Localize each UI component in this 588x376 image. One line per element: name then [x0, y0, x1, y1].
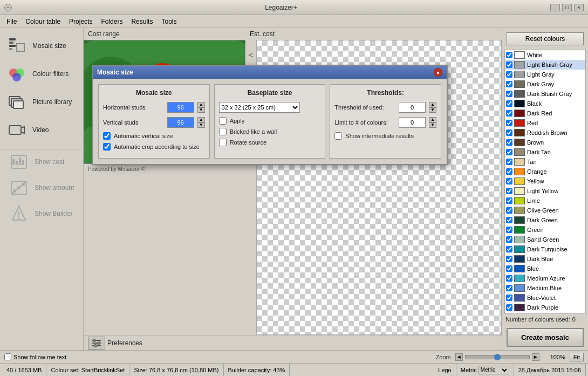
limit-down-btn[interactable]: ▼ [429, 122, 436, 128]
dialog-overlay: Mosaic size ● Mosaic size Horizontal stu… [0, 0, 588, 376]
vertical-input[interactable] [167, 117, 194, 128]
horizontal-up-btn[interactable]: ▲ [197, 102, 205, 107]
dialog-close-button[interactable]: ● [434, 68, 442, 77]
auto-crop-label: Automatic crop according to size [114, 143, 200, 150]
vertical-up-btn[interactable]: ▲ [197, 117, 205, 122]
limit-colours-row: Limit to # of colours: ▲ ▼ [334, 117, 436, 128]
dialog-body: Mosaic size Horizontal studs ▲ ▼ Vertica… [93, 79, 447, 164]
show-intermediate-checkbox[interactable] [334, 132, 342, 140]
threshold-used-row: Threshold of used: ▲ ▼ [334, 102, 436, 113]
horizontal-studs-row: Horizontal studs ▲ ▼ [103, 102, 205, 113]
show-intermediate-label: Show intermediate results [345, 133, 414, 139]
limit-colours-label: Limit to # of colours: [334, 119, 395, 126]
auto-vertical-row: Automatic vertical size [103, 132, 205, 140]
threshold-used-spinner[interactable]: ▲ ▼ [429, 102, 436, 113]
show-intermediate-row: Show intermediate results [334, 132, 436, 140]
vertical-label: Vertical studs [103, 119, 164, 126]
apply-label: Apply [230, 118, 245, 124]
mosaic-section-title: Mosaic size [103, 89, 205, 97]
mosaic-size-dialog: Mosaic size ● Mosaic size Horizontal stu… [92, 65, 448, 165]
vertical-studs-row: Vertical studs ▲ ▼ [103, 117, 205, 128]
dialog-thresholds-section: Thresholds: Threshold of used: ▲ ▼ Limit… [330, 84, 441, 159]
vertical-down-btn[interactable]: ▼ [197, 122, 205, 128]
baseplate-size-row: 32 x 32 (25 x 25 cm) 16 x 16 (12.5 x 12.… [219, 102, 321, 113]
limit-colours-input[interactable] [399, 117, 426, 128]
horizontal-down-btn[interactable]: ▼ [197, 107, 205, 113]
auto-vertical-checkbox[interactable] [103, 132, 111, 140]
rotate-checkbox[interactable] [219, 139, 227, 146]
apply-checkbox[interactable] [219, 117, 227, 125]
dialog-title-bar[interactable]: Mosaic size ● [93, 66, 447, 79]
dialog-mosaic-section: Mosaic size Horizontal studs ▲ ▼ Vertica… [98, 84, 210, 159]
bricked-row: Bricked like a wall [219, 128, 321, 135]
rotate-label: Rotate source [230, 139, 266, 146]
bricked-label: Bricked like a wall [230, 128, 277, 135]
vertical-spinner[interactable]: ▲ ▼ [197, 117, 205, 128]
threshold-used-input[interactable] [399, 102, 426, 113]
threshold-used-label: Threshold of used: [334, 104, 395, 111]
apply-row: Apply [219, 117, 321, 125]
dialog-baseplate-section: Baseplate size 32 x 32 (25 x 25 cm) 16 x… [214, 84, 326, 159]
dialog-title: Mosaic size [97, 69, 133, 76]
auto-vertical-label: Automatic vertical size [114, 133, 173, 139]
baseplate-size-select[interactable]: 32 x 32 (25 x 25 cm) 16 x 16 (12.5 x 12.… [219, 102, 300, 113]
baseplate-section-title: Baseplate size [219, 89, 321, 97]
horizontal-input[interactable] [167, 102, 194, 113]
thresholds-section-title: Thresholds: [334, 89, 436, 97]
bricked-checkbox[interactable] [219, 128, 227, 135]
limit-up-btn[interactable]: ▲ [429, 117, 436, 122]
threshold-used-up-btn[interactable]: ▲ [429, 102, 436, 107]
auto-crop-checkbox[interactable] [103, 143, 111, 151]
auto-crop-row: Automatic crop according to size [103, 143, 205, 151]
horizontal-spinner[interactable]: ▲ ▼ [197, 102, 205, 113]
horizontal-label: Horizontal studs [103, 104, 164, 111]
threshold-used-down-btn[interactable]: ▼ [429, 107, 436, 113]
rotate-row: Rotate source [219, 139, 321, 146]
limit-colours-spinner[interactable]: ▲ ▼ [429, 117, 436, 128]
